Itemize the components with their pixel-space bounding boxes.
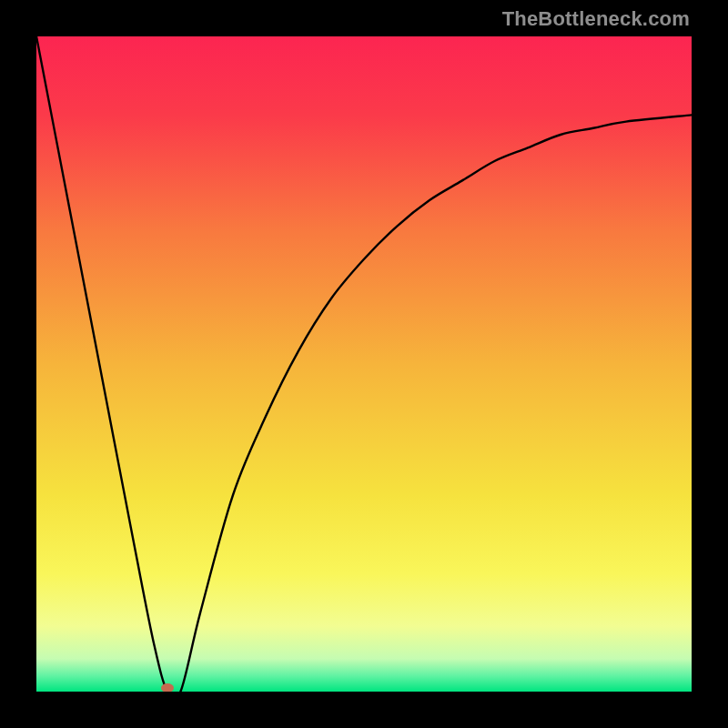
optimum-marker xyxy=(161,683,174,692)
watermark-text: TheBottleneck.com xyxy=(502,7,690,31)
bottleneck-curve xyxy=(36,36,692,692)
chart-area xyxy=(36,36,692,692)
chart-plot xyxy=(36,36,692,692)
